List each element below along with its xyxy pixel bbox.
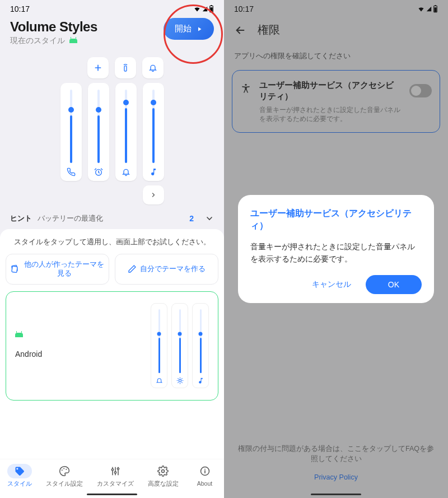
screen-volume-styles: 10:17 Volume Styles 現在のスタイル 開始 (0, 0, 224, 498)
play-icon (196, 26, 203, 32)
subtitle: 現在のスタイル (10, 36, 65, 46)
sliders-icon (110, 466, 121, 477)
browse-themes-button[interactable]: 他の人が作ったテーマを見る (6, 254, 109, 285)
bell-icon (148, 63, 157, 72)
bell-icon (156, 377, 163, 384)
svg-point-8 (61, 469, 62, 471)
android-icon (15, 333, 23, 337)
theme-name: Android (15, 350, 42, 359)
nav-style-settings[interactable]: スタイル設定 (46, 464, 83, 488)
volume-preview (0, 57, 224, 204)
music-icon (197, 377, 204, 384)
bell-icon (122, 167, 130, 176)
signal-icon (202, 6, 208, 12)
volume-slider-media[interactable] (143, 83, 164, 181)
add-button[interactable] (87, 57, 109, 78)
dialog: ユーザー補助サービス（アクセシビリティ） 音量キーが押されたときに設定した音量パ… (238, 195, 434, 304)
create-theme-button[interactable]: 自分でテーマを作る (115, 254, 218, 285)
nav-advanced[interactable]: 高度な設定 (148, 464, 179, 488)
styles-panel: スタイルをタップして適用し、画面上部でお試しください。 他の人が作ったテーマを見… (0, 229, 224, 464)
android-icon (69, 39, 77, 43)
hint-count: 2 (189, 214, 194, 223)
dialog-title: ユーザー補助サービス（アクセシビリティ） (250, 207, 422, 232)
status-bar: 10:17 (0, 0, 224, 13)
start-button[interactable]: 開始 (164, 18, 214, 40)
cards-icon (10, 264, 20, 274)
remote-button[interactable] (115, 57, 136, 78)
brightness-icon (176, 377, 184, 384)
dialog-overlay: ユーザー補助サービス（アクセシビリティ） 音量キーが押されたときに設定した音量パ… (224, 0, 448, 498)
gear-icon (157, 466, 169, 477)
panel-description: スタイルをタップして適用し、画面上部でお試しください。 (6, 237, 218, 247)
mini-slider (192, 303, 209, 388)
dialog-body: 音量キーが押されたときに設定した音量パネルを表示するために必要です。 (250, 240, 422, 266)
screen-permissions: 10:17 権限 アプリへの権限を確認してください ユーザー補助サービス（アクセ… (224, 0, 448, 498)
info-icon (199, 466, 211, 477)
svg-point-13 (117, 468, 119, 469)
alarm-icon (94, 167, 103, 176)
mini-slider (171, 303, 188, 388)
chevron-right-icon (150, 192, 157, 198)
volume-slider-ring[interactable] (115, 83, 137, 181)
status-time: 10:17 (10, 4, 30, 13)
volume-slider-phone[interactable] (60, 83, 82, 181)
app-header: Volume Styles 現在のスタイル 開始 (0, 13, 224, 49)
plus-icon (94, 63, 102, 72)
expand-button[interactable] (143, 185, 164, 204)
theme-card-android[interactable]: Android (6, 291, 218, 401)
nav-about[interactable]: About (193, 464, 217, 488)
wifi-icon (193, 6, 201, 12)
svg-rect-2 (211, 5, 212, 6)
svg-rect-6 (12, 266, 17, 273)
status-icons (193, 5, 214, 13)
hint-label: ヒント (10, 213, 32, 224)
svg-rect-3 (124, 66, 127, 71)
home-indicator (87, 494, 137, 495)
svg-point-7 (179, 379, 181, 381)
hint-row[interactable]: ヒント バッテリーの最適化 2 (0, 204, 224, 229)
cancel-button[interactable]: キャンセル (305, 275, 358, 294)
music-icon (149, 167, 158, 176)
svg-point-12 (114, 472, 116, 473)
mini-slider (151, 303, 167, 388)
battery-icon (209, 5, 214, 13)
nav-customize[interactable]: カスタマイズ (97, 464, 134, 488)
remote-icon (121, 63, 130, 72)
svg-rect-1 (210, 7, 212, 12)
phone-icon (67, 167, 76, 176)
nav-style[interactable]: スタイル (7, 464, 32, 488)
svg-point-11 (111, 469, 113, 471)
tag-icon (14, 466, 25, 477)
hint-text: バッテリーの最適化 (38, 213, 184, 224)
ok-button[interactable]: OK (366, 275, 422, 294)
bell-button[interactable] (142, 57, 164, 78)
svg-point-14 (162, 470, 165, 473)
volume-slider-alarm[interactable] (88, 83, 109, 181)
svg-point-10 (66, 469, 67, 470)
svg-point-9 (63, 468, 64, 469)
palette-icon (59, 466, 70, 477)
bottom-nav: スタイル スタイル設定 カスタマイズ 高度な設定 About (0, 459, 224, 498)
chevron-down-icon (205, 214, 214, 223)
pencil-icon (128, 264, 137, 273)
